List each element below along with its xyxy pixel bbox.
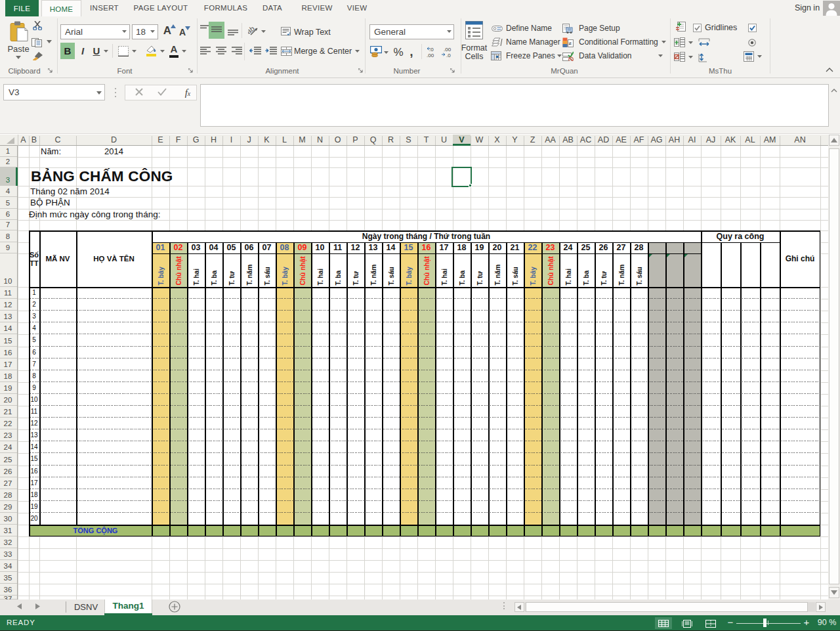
svg-text:.00: .00 (427, 53, 434, 58)
svg-text:.0: .0 (446, 53, 451, 58)
svg-text:≠: ≠ (569, 41, 572, 47)
svg-text:.00: .00 (444, 47, 452, 53)
svg-text:.0: .0 (429, 47, 434, 53)
